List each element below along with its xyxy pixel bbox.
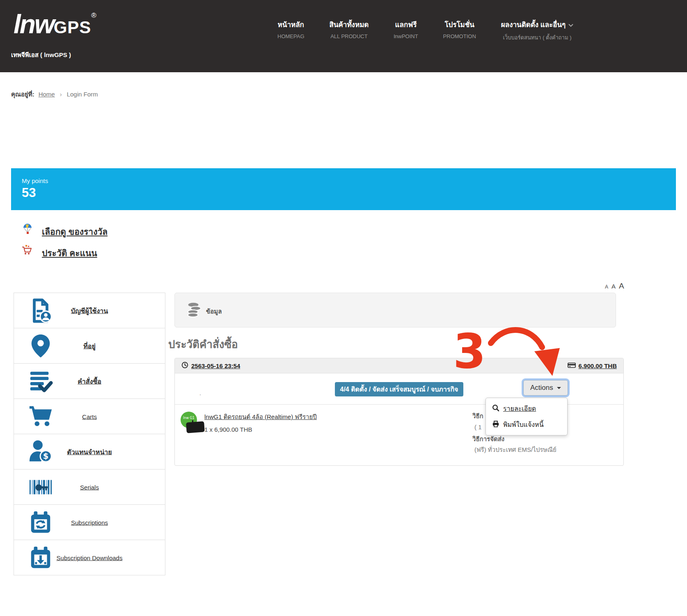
sidebar-item-orders[interactable]: คำสั่งซื้อ [14, 364, 165, 399]
logo-main-text: lnw [14, 9, 54, 39]
dropdown-item-print-invoice[interactable]: พิมพ์ใบแจ้งหนี้ [486, 417, 567, 433]
quick-link-label: เลือกดู ของรางวัล [42, 225, 108, 238]
printer-icon [492, 420, 499, 429]
nav-item-all-products[interactable]: สินค้าทั้งหมด ALL PRODUCT [330, 19, 369, 42]
actions-dropdown-menu: รายละเอียด พิมพ์ใบแจ้งหนี้ [485, 398, 568, 435]
caret-down-icon [557, 387, 561, 391]
sidebar-item-serials[interactable]: Serials [14, 469, 165, 505]
site-header: lnwGPS® เทพจีพีเอส ( lnwGPS ) หน้าหลัก H… [0, 0, 687, 72]
logo-caption: เทพจีพีเอส ( lnwGPS ) [11, 50, 71, 60]
nav-item-home[interactable]: หน้าหลัก HOMEPAG [277, 19, 305, 42]
info-panel[interactable]: ข้อมูล [174, 293, 616, 327]
actions-button-label: Actions [530, 384, 553, 392]
sidebar-item-label: Subscriptions [14, 519, 165, 526]
points-label: My points [22, 177, 48, 184]
page: lnwGPS® เทพจีพีเอส ( lnwGPS ) หน้าหลัก H… [0, 0, 687, 616]
nav-sublabel: ALL PRODUCT [330, 33, 369, 39]
quick-link-point-history[interactable]: ประวัติ คะแนน [21, 246, 97, 260]
annotation-arrow-curve [491, 330, 542, 347]
order-card-header: 2563-05-16 23:54 6,900.00 THB [175, 358, 623, 373]
clock-icon [181, 362, 188, 370]
cart-sketch-icon [21, 244, 33, 258]
logo-sub-text: GPS [54, 18, 92, 37]
dropdown-item-details[interactable]: รายละเอียด [486, 401, 567, 417]
payment-method-label-fragment: วิธีก [472, 411, 483, 421]
nav-sublabel: PROMOTION [443, 33, 476, 39]
sidebar-item-label: ตัวแทนจำหน่าย [14, 447, 165, 457]
nav-item-points[interactable]: แลกฟรี lnwPOINT [394, 19, 418, 42]
breadcrumb: คุณอยู่ที่:Home›Login Form [11, 89, 98, 99]
product-name-link[interactable]: lnwG1 ติดรถยนต์ 4ล้อ (Realtime) ฟรีรายปี [204, 412, 317, 422]
points-banner: My points 53 [11, 168, 676, 210]
order-date-group: 2563-05-16 23:54 [181, 362, 240, 370]
nav-label: สินค้าทั้งหมด [330, 19, 369, 30]
payment-method-value-fragment: ( 1 [474, 424, 482, 431]
nav-sublabel: เว็บบอร์ดสนทนา ( ตั้งคำถาม ) [501, 33, 573, 42]
magnifier-icon [492, 404, 499, 413]
registered-mark: ® [91, 11, 96, 19]
nav-item-webboard[interactable]: ผลงานติดตั้ง และอื่นๆ เว็บบอร์ดสนทนา ( ต… [501, 19, 573, 42]
quick-link-label: ประวัติ คะแนน [42, 246, 97, 260]
breadcrumb-separator: › [60, 91, 62, 98]
breadcrumb-current: Login Form [67, 91, 98, 98]
nav-label: โปรโมชั่น [443, 19, 476, 30]
breadcrumb-prefix: คุณอยู่ที่: [11, 91, 34, 98]
account-sidebar: บัญชีผู้ใช้งาน ที่อยู่ คำสั่งซื้อ [14, 293, 165, 575]
shipping-method-label: วิธีการจัดส่ง [472, 434, 504, 444]
nav-label: หน้าหลัก [277, 19, 305, 30]
info-panel-label: ข้อมูล [206, 307, 222, 316]
font-size-large-button[interactable]: A [619, 282, 624, 291]
nav-label: ผลงานติดตั้ง และอื่นๆ [501, 19, 573, 30]
quick-link-rewards[interactable]: เลือกดู ของรางวัล [23, 225, 108, 238]
stray-dot: . [199, 390, 201, 396]
site-logo[interactable]: lnwGPS® [14, 9, 96, 39]
order-total-group: 6,900.00 THB [568, 362, 617, 370]
dropdown-item-label: รายละเอียด [503, 403, 536, 414]
points-value: 53 [22, 185, 36, 200]
sidebar-item-subscription-downloads[interactable]: Subscription Downloads [14, 540, 165, 575]
database-icon [185, 302, 203, 319]
sidebar-item-carts[interactable]: Carts [14, 399, 165, 434]
sidebar-item-address[interactable]: ที่อยู่ [14, 328, 165, 364]
sidebar-item-label: Carts [14, 413, 165, 420]
main-nav: หน้าหลัก HOMEPAG สินค้าทั้งหมด ALL PRODU… [277, 19, 573, 42]
parachute-icon [23, 223, 32, 236]
sidebar-item-label: ที่อยู่ [14, 341, 165, 351]
nav-sublabel: lnwPOINT [394, 33, 418, 39]
product-thumbnail[interactable]: lnw G1 [180, 410, 206, 434]
order-total-link[interactable]: 6,900.00 THB [579, 362, 617, 369]
nav-label: แลกฟรี [394, 19, 418, 30]
dropdown-item-label: พิมพ์ใบแจ้งหนี้ [503, 419, 544, 430]
sidebar-item-subscriptions[interactable]: Subscriptions [14, 505, 165, 540]
breadcrumb-home-link[interactable]: Home [39, 91, 55, 98]
nav-sublabel: HOMEPAG [277, 33, 305, 39]
font-size-controls: A A A [605, 282, 624, 291]
credit-card-icon [568, 362, 576, 370]
product-qty-price: 1 x 6,900.00 THB [204, 426, 252, 433]
order-status-badge: 4/4 ติดตั้ง / จัดส่ง เสร็จสมบูรณ์ / จบภา… [335, 382, 464, 396]
order-history-title: ประวัติคำสั่งซื้อ [168, 336, 238, 353]
sidebar-item-dealer[interactable]: $ ตัวแทนจำหน่าย [14, 434, 165, 469]
sidebar-item-label: บัญชีผู้ใช้งาน [14, 305, 165, 316]
font-size-small-button[interactable]: A [605, 284, 608, 290]
sidebar-item-label: Serials [14, 483, 165, 490]
nav-item-promotion[interactable]: โปรโมชั่น PROMOTION [443, 19, 476, 42]
chevron-down-icon [568, 21, 573, 29]
sidebar-item-label: Subscription Downloads [14, 554, 165, 561]
shipping-method-value: (ฟรี) ทั่วประเทศ EMS/ไปรษณีย์ [474, 445, 556, 455]
order-date-link[interactable]: 2563-05-16 23:54 [191, 362, 240, 369]
svg-text:lnw G1: lnw G1 [183, 416, 195, 420]
actions-button[interactable]: Actions [523, 380, 568, 396]
sidebar-item-account[interactable]: บัญชีผู้ใช้งาน [14, 293, 165, 328]
sidebar-item-label: คำสั่งซื้อ [14, 376, 165, 386]
font-size-medium-button[interactable]: A [611, 283, 616, 290]
